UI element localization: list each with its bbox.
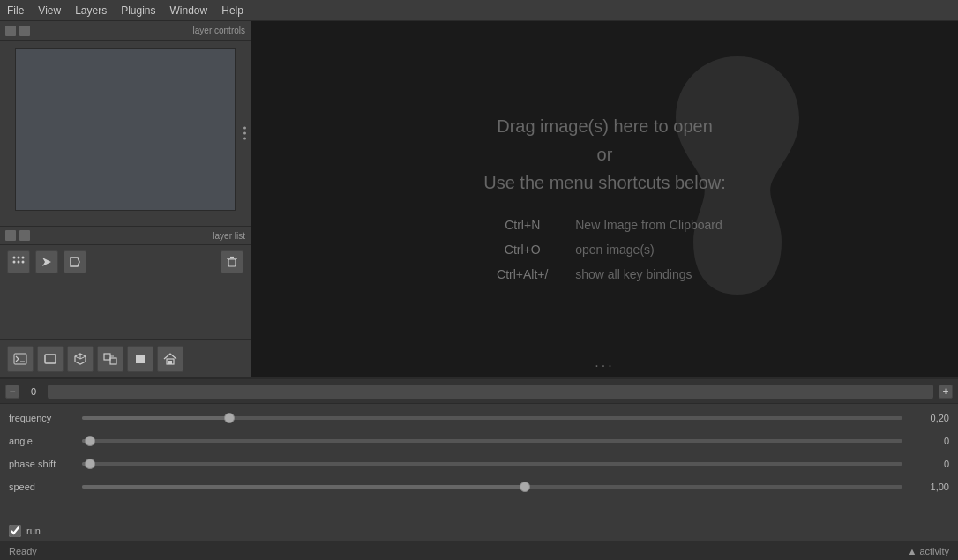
shortcut-key-1: Ctrl+N <box>487 213 558 237</box>
layer-controls-area <box>0 41 251 226</box>
frequency-value: 0,20 <box>909 413 949 423</box>
phase-shift-value: 0 <box>909 459 949 469</box>
layer-list-header: layer list <box>0 226 251 245</box>
arrow-tool-button[interactable] <box>35 250 58 273</box>
svg-marker-6 <box>42 258 51 266</box>
list-search-icon[interactable] <box>19 230 30 241</box>
menu-help[interactable]: Help <box>214 3 251 19</box>
square-button[interactable] <box>127 346 153 372</box>
svg-point-0 <box>13 257 16 259</box>
angle-label: angle <box>9 436 75 446</box>
layer-controls-canvas <box>15 48 236 211</box>
blob-decoration <box>649 39 826 303</box>
timeline-row: − 0 + <box>0 379 958 404</box>
menubar: File View Layers Plugins Window Help <box>0 0 958 21</box>
svg-rect-12 <box>45 355 56 363</box>
transform-button[interactable] <box>97 346 123 372</box>
svg-point-5 <box>22 261 25 264</box>
layer-list-label: layer list <box>213 231 245 241</box>
shortcut-desc-2: open image(s) <box>575 237 655 262</box>
speed-slider-track[interactable] <box>82 485 902 489</box>
terminal-button[interactable] <box>7 346 34 372</box>
delete-layer-button[interactable] <box>221 250 243 273</box>
three-dots-button[interactable] <box>241 123 249 144</box>
phase-shift-label: phase shift <box>9 459 75 469</box>
speed-thumb[interactable] <box>520 482 530 492</box>
canvas-dots: ... <box>588 347 621 377</box>
bottom-panel: − 0 + frequency 0,20 angle 0 phase shift <box>0 377 958 541</box>
menu-window[interactable]: Window <box>163 3 215 19</box>
run-checkbox[interactable] <box>9 525 21 537</box>
dot1 <box>243 127 246 130</box>
home-button[interactable] <box>157 346 183 372</box>
svg-rect-10 <box>14 354 26 364</box>
angle-thumb[interactable] <box>85 436 95 446</box>
phase-shift-slider-row: phase shift 0 <box>9 455 949 473</box>
layer-controls-label: layer controls <box>193 26 245 35</box>
speed-fill <box>82 485 525 489</box>
svg-point-4 <box>18 261 20 264</box>
frequency-label: frequency <box>9 413 75 423</box>
svg-point-2 <box>22 257 25 259</box>
main-content: layer controls layer list <box>0 21 958 377</box>
statusbar: Ready ▲ activity <box>0 541 958 560</box>
menu-layers[interactable]: Layers <box>68 3 114 19</box>
layer-list-toolbar <box>0 245 251 279</box>
menu-file[interactable]: File <box>0 3 31 19</box>
svg-point-1 <box>18 257 20 259</box>
frequency-thumb[interactable] <box>224 413 235 423</box>
phase-shift-thumb[interactable] <box>85 459 95 469</box>
angle-slider-track[interactable] <box>82 439 902 443</box>
header-icons-left <box>5 26 30 36</box>
sliders-area: frequency 0,20 angle 0 phase shift 0 <box>0 404 958 521</box>
search-icon[interactable] <box>19 26 30 36</box>
status-ready: Ready <box>9 546 37 556</box>
run-row: run <box>0 521 958 541</box>
rect-button[interactable] <box>37 346 64 372</box>
menu-plugins[interactable]: Plugins <box>114 3 162 19</box>
shortcut-key-2: Ctrl+O <box>487 237 558 262</box>
svg-rect-18 <box>110 358 116 364</box>
run-label[interactable]: run <box>26 526 41 536</box>
svg-rect-7 <box>228 259 236 266</box>
menu-view[interactable]: View <box>31 3 68 19</box>
frequency-fill <box>82 416 229 420</box>
layer-controls-header: layer controls <box>0 21 251 41</box>
svg-line-16 <box>80 356 86 359</box>
points-tool-button[interactable] <box>7 250 30 273</box>
list-lock-icon <box>5 230 16 241</box>
svg-rect-22 <box>168 361 172 364</box>
drag-text-line2: or <box>597 145 613 164</box>
header-icons-list <box>5 230 30 241</box>
speed-label: speed <box>9 482 75 492</box>
speed-slider-row: speed 1,00 <box>9 478 949 496</box>
frequency-slider-track[interactable] <box>82 416 902 420</box>
timeline-track[interactable] <box>48 385 933 399</box>
svg-line-15 <box>75 356 80 359</box>
timeline-plus-button[interactable]: + <box>939 385 953 399</box>
activity-button[interactable]: ▲ activity <box>907 546 949 556</box>
lock-icon <box>5 26 16 36</box>
svg-rect-17 <box>104 354 110 360</box>
dot2 <box>243 132 246 135</box>
cube-button[interactable] <box>67 346 94 372</box>
angle-slider-row: angle 0 <box>9 432 949 450</box>
svg-point-3 <box>13 261 16 264</box>
canvas-area[interactable]: Drag image(s) here to open or Use the me… <box>251 21 958 377</box>
svg-rect-20 <box>136 355 145 363</box>
left-panel: layer controls layer list <box>0 21 251 377</box>
timeline-minus-button[interactable]: − <box>5 385 19 399</box>
phase-shift-slider-track[interactable] <box>82 462 902 466</box>
timeline-value: 0 <box>25 386 42 397</box>
tag-tool-button[interactable] <box>64 250 86 273</box>
bottom-toolbar <box>0 339 251 377</box>
angle-value: 0 <box>909 436 949 446</box>
shortcut-key-3: Ctrl+Alt+/ <box>487 262 558 287</box>
speed-value: 1,00 <box>909 482 949 492</box>
frequency-slider-row: frequency 0,20 <box>9 409 949 427</box>
dot3 <box>243 138 246 140</box>
